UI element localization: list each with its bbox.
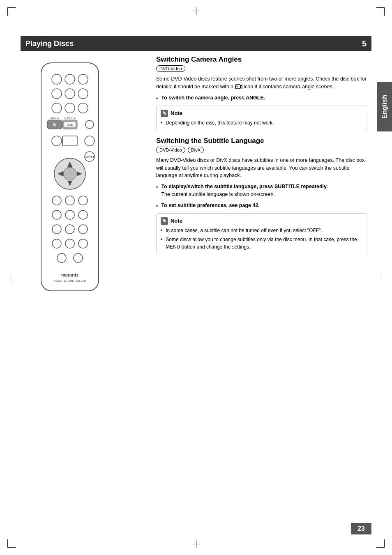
bullet-dot-2: • (156, 184, 158, 198)
svg-point-7 (52, 103, 62, 113)
page-number-bar: 23 (351, 523, 371, 534)
svg-text:⊞: ⊞ (53, 122, 56, 127)
svg-point-32 (52, 210, 61, 219)
svg-point-29 (52, 196, 61, 205)
svg-point-3 (78, 74, 88, 84)
bullet-dot-1: • (156, 95, 158, 103)
camera-angle-icon (235, 83, 242, 90)
page-number: 23 (357, 525, 365, 532)
svg-point-38 (52, 239, 61, 248)
section2-bullet1: • To display/switch the subtitle languag… (156, 183, 367, 198)
chapter-number: 5 (362, 39, 367, 48)
section2-badges: DVD-Video DivX (156, 147, 367, 153)
svg-text:ANGLE: ANGLE (51, 117, 59, 120)
note-icon-2: ✎ (161, 217, 168, 225)
section2-note1-text: In some cases, a subtitle can not be tur… (166, 227, 322, 234)
badge-dvd-video-1: DVD-Video (156, 65, 185, 72)
remote-controller-image: ANGLE ⊞ SUBTITLE SUB MENU (29, 61, 111, 299)
badge-dvd-video-2: DVD-Video (156, 147, 185, 153)
svg-point-39 (65, 239, 74, 248)
section2-body: Many DVD-Video discs or DivX discs have … (156, 157, 367, 180)
svg-point-30 (65, 196, 74, 205)
section2-heading: Switching the Subtitle Language (156, 137, 367, 145)
svg-point-5 (65, 89, 75, 99)
svg-rect-45 (235, 85, 240, 89)
section2-note-item1: • In some cases, a subtitle can not be t… (161, 227, 363, 234)
crop-mark-br (376, 539, 385, 548)
svg-point-36 (65, 225, 74, 234)
svg-point-42 (74, 253, 83, 263)
section2-note-item2: • Some discs allow you to change subtitl… (161, 236, 363, 251)
svg-point-18 (52, 136, 62, 146)
language-tab: English (377, 82, 392, 131)
crop-mark-tl (7, 7, 16, 16)
crop-mark-tr (376, 7, 385, 16)
svg-point-31 (78, 196, 88, 205)
svg-text:SUBTITLE: SUBTITLE (64, 117, 76, 120)
svg-point-20 (85, 136, 95, 146)
page-title: Playing Discs (25, 39, 74, 48)
svg-point-2 (65, 74, 75, 84)
svg-point-9 (78, 103, 88, 113)
section1-note-header: ✎ Note (161, 109, 363, 117)
svg-point-41 (57, 253, 66, 263)
svg-point-35 (52, 225, 61, 234)
svg-text:REMOTE CONTROLLER: REMOTE CONTROLLER (53, 279, 86, 282)
crop-mark-bl (7, 539, 16, 548)
header-bar: Playing Discs 5 (21, 36, 371, 51)
section2-bullet2: • To set subtitle preferences, see page … (156, 202, 367, 210)
svg-marker-46 (240, 85, 242, 88)
section2-note: ✎ Note • In some cases, a subtitle can n… (156, 213, 367, 254)
section2-note2-text: Some discs allow you to change subtitles… (166, 236, 363, 251)
section2-bullet1-sub: The current subtitle language is shown o… (161, 191, 327, 198)
section1-body: Some DVD-Video discs feature scenes shot… (156, 75, 367, 91)
remote-svg: ANGLE ⊞ SUBTITLE SUB MENU (29, 61, 111, 299)
section2-note-header: ✎ Note (161, 217, 363, 225)
section1-note: ✎ Note • Depending on the disc, this fea… (156, 106, 367, 130)
svg-point-6 (78, 89, 88, 99)
section1-bullet1-text: To switch the camera angle, press ANGLE. (161, 95, 265, 101)
svg-point-47 (236, 86, 238, 88)
section1-note1-text: Depending on the disc, this feature may … (166, 119, 274, 127)
section2-note-heading: Note (171, 217, 182, 225)
section1-badges: DVD-Video (156, 65, 367, 72)
section1-note-heading: Note (171, 109, 182, 117)
language-tab-label: English (381, 95, 388, 119)
section2-bullet2-text: To set subtitle preferences, see page 42… (161, 202, 259, 210)
section-camera-angles: Switching Camera Angles DVD-Video Some D… (156, 55, 367, 130)
svg-point-1 (52, 74, 62, 84)
svg-text:MENU: MENU (85, 156, 94, 159)
section-subtitle-language: Switching the Subtitle Language DVD-Vide… (156, 137, 367, 254)
svg-text:marantz: marantz (61, 272, 79, 277)
svg-point-40 (78, 239, 88, 248)
svg-point-37 (78, 225, 88, 234)
svg-point-4 (52, 89, 62, 99)
section1-bullet1: • To switch the camera angle, press ANGL… (156, 94, 367, 103)
svg-text:SUB: SUB (67, 123, 73, 126)
section1-note-item1: • Depending on the disc, this feature ma… (161, 119, 363, 127)
svg-rect-19 (62, 136, 77, 146)
svg-point-33 (65, 210, 74, 219)
svg-point-34 (78, 210, 88, 219)
bullet-dot-3: • (156, 203, 158, 210)
svg-point-17 (85, 120, 94, 129)
content-area: Switching Camera Angles DVD-Video Some D… (156, 55, 367, 261)
svg-point-24 (63, 167, 76, 180)
section1-heading: Switching Camera Angles (156, 55, 367, 64)
svg-point-8 (65, 103, 75, 113)
badge-divx: DivX (188, 147, 204, 153)
section2-bullet1-text: To display/switch the subtitle language,… (161, 183, 327, 191)
note-icon-1: ✎ (161, 110, 168, 117)
